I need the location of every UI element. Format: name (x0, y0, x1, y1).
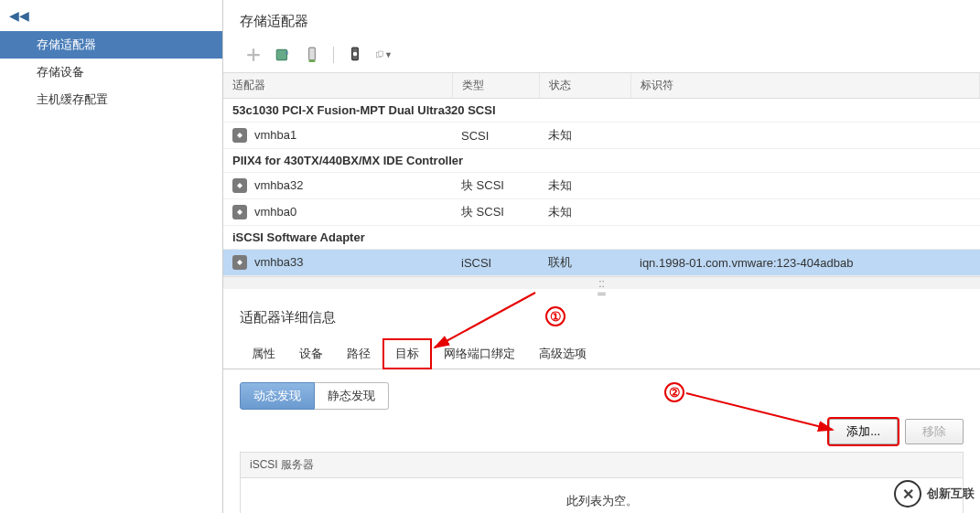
cell-type: iSCSI (452, 250, 539, 276)
action-row: 添加... 移除 (223, 419, 980, 452)
svg-rect-0 (276, 49, 286, 59)
sidebar-item-label: 主机缓存配置 (37, 91, 108, 108)
cell-identifier (630, 173, 980, 199)
group-label: PIIX4 for 430TX/440BX/MX IDE Controller (223, 149, 980, 173)
svg-rect-2 (309, 60, 316, 62)
table-group-row: iSCSI Software Adapter (223, 226, 980, 250)
cell-type: 块 SCSI (452, 173, 539, 199)
cell-adapter: vmhba33 (223, 250, 452, 276)
subtab-dynamic-discovery[interactable]: 动态发现 (240, 382, 315, 410)
adapter-icon (232, 178, 247, 193)
refresh-adapter-icon[interactable] (275, 47, 291, 63)
cell-type: 块 SCSI (452, 199, 539, 226)
table-row[interactable]: vmhba32 块 SCSI 未知 (223, 173, 980, 199)
tab-paths[interactable]: 路径 (335, 339, 382, 368)
col-status[interactable]: 状态 (539, 73, 630, 99)
empty-message: 此列表为空。 (241, 478, 963, 513)
group-label: iSCSI Software Adapter (223, 226, 980, 250)
detail-title: 适配器详细信息 (223, 298, 980, 337)
add-icon[interactable] (245, 47, 262, 63)
remove-button[interactable]: 移除 (905, 419, 964, 444)
sidebar: ◀◀ 存储适配器 存储设备 主机缓存配置 (0, 0, 223, 513)
cell-status: 未知 (539, 199, 630, 226)
discovery-subtabs: 动态发现 静态发现 (223, 369, 980, 419)
sidebar-item-storage-devices[interactable]: 存储设备 (0, 59, 222, 86)
sidebar-item-storage-adapters[interactable]: 存储适配器 (0, 31, 222, 59)
iscsi-server-table: iSCSI 服务器 此列表为空。 (240, 452, 964, 513)
watermark-text: 创新互联 (927, 486, 975, 502)
group-label: 53c1030 PCI-X Fusion-MPT Dual Ultra320 S… (223, 99, 980, 123)
tab-devices[interactable]: 设备 (287, 339, 335, 368)
col-adapter[interactable]: 适配器 (223, 73, 452, 99)
sidebar-item-host-cache[interactable]: 主机缓存配置 (0, 86, 222, 113)
cell-identifier (630, 123, 980, 149)
table-header-row: 适配器 类型 状态 标识符 (223, 73, 980, 99)
properties-icon[interactable]: ▼ (376, 47, 393, 63)
cell-adapter: vmhba32 (223, 173, 452, 199)
sidebar-item-label: 存储适配器 (37, 37, 96, 53)
tab-advanced-options[interactable]: 高级选项 (527, 339, 598, 368)
svg-rect-1 (309, 48, 316, 60)
detail-tabs: 属性 设备 路径 目标 网络端口绑定 高级选项 (223, 337, 980, 369)
col-identifier[interactable]: 标识符 (630, 73, 980, 99)
table-row[interactable]: vmhba33 iSCSI 联机 iqn.1998-01.com.vmware:… (223, 250, 980, 276)
cell-status: 未知 (539, 173, 630, 199)
watermark-logo-icon: ✕ (894, 480, 921, 508)
subtab-static-discovery[interactable]: 静态发现 (315, 382, 389, 410)
cell-identifier (630, 199, 980, 226)
rescan-icon[interactable] (304, 47, 320, 63)
adapter-icon (232, 205, 247, 219)
svg-rect-6 (379, 51, 383, 57)
table-row[interactable]: vmhba0 块 SCSI 未知 (223, 199, 980, 226)
splitter-handle[interactable]: ═ (223, 289, 980, 298)
table-group-row: PIIX4 for 430TX/440BX/MX IDE Controller (223, 149, 980, 173)
cell-status: 未知 (539, 123, 630, 149)
cell-adapter: vmhba0 (223, 199, 452, 226)
toolbar-divider (333, 47, 334, 63)
svg-point-4 (353, 52, 358, 57)
cell-status: 联机 (539, 250, 630, 276)
table-group-row: 53c1030 PCI-X Fusion-MPT Dual Ultra320 S… (223, 99, 980, 123)
page-title: 存储适配器 (223, 0, 980, 39)
col-type[interactable]: 类型 (452, 73, 539, 99)
adapter-icon (232, 255, 247, 270)
adapter-icon (232, 128, 247, 143)
rescan-all-icon[interactable] (347, 47, 363, 63)
collapse-icon: ◀◀ (9, 8, 29, 23)
adapter-table: 适配器 类型 状态 标识符 53c1030 PCI-X Fusion-MPT D… (223, 72, 980, 276)
toolbar: ▼ (223, 39, 980, 72)
main-panel: 存储适配器 ▼ 适配器 类型 状态 标识符 5 (223, 0, 980, 513)
add-button[interactable]: 添加... (829, 419, 898, 444)
cell-identifier: iqn.1998-01.com.vmware:123-404adbab (630, 250, 980, 276)
cell-adapter: vmhba1 (223, 123, 452, 149)
tab-network-port-binding[interactable]: 网络端口绑定 (432, 339, 527, 368)
tab-targets[interactable]: 目标 (382, 338, 432, 369)
watermark: ✕ 创新互联 (894, 480, 975, 508)
table-row[interactable]: vmhba1 SCSI 未知 (223, 123, 980, 149)
collapse-button[interactable]: ◀◀ (0, 0, 222, 31)
sidebar-item-label: 存储设备 (37, 64, 84, 80)
tab-properties[interactable]: 属性 (240, 339, 287, 368)
cell-type: SCSI (452, 123, 539, 149)
iscsi-server-header[interactable]: iSCSI 服务器 (241, 453, 963, 478)
